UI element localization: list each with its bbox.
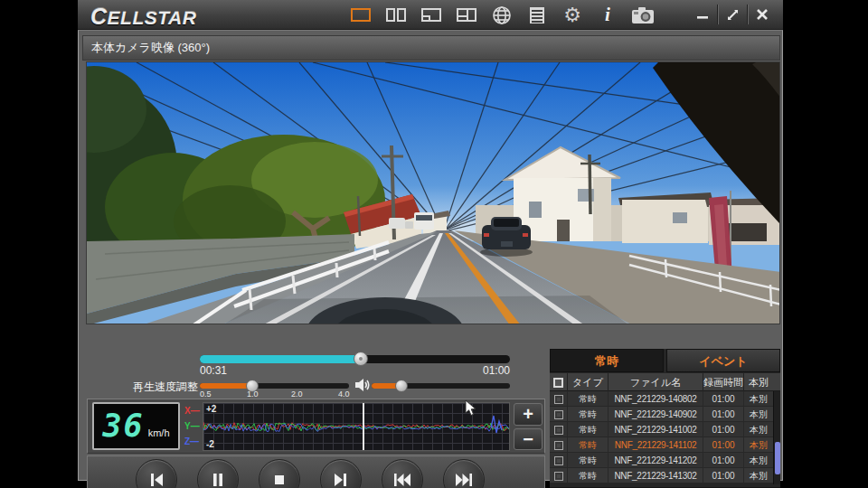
axis-x-label: X—	[184, 403, 203, 418]
speed-unit: km/h	[148, 427, 170, 438]
file-list-scrollbar[interactable]	[773, 391, 780, 484]
axis-z-label: Z—	[184, 434, 203, 449]
seek-progress	[200, 355, 361, 363]
skip-back-button[interactable]	[136, 459, 177, 488]
elapsed-time: 00:31	[200, 364, 227, 377]
row-checkbox[interactable]	[550, 437, 568, 453]
col-file: ファイル名	[609, 373, 703, 391]
video-panel-title: 本体カメラ映像 (360°)	[82, 35, 780, 61]
file-table-header: タイプ ファイル名 録画時間 本別	[550, 373, 780, 391]
single-pane-glyph	[351, 8, 371, 22]
dashcam-scene	[87, 62, 780, 324]
scrollbar-thumb[interactable]	[775, 442, 780, 474]
axis-y-label: Y—	[184, 418, 203, 434]
seek-thumb[interactable]	[354, 352, 368, 366]
stop-button[interactable]	[259, 459, 300, 488]
speed-adjust-label: 再生速度調整	[106, 380, 198, 395]
seek-bar[interactable]	[200, 355, 510, 363]
volume-thumb[interactable]	[395, 380, 408, 392]
titlebar: CELLSTAR ⚙ i	[78, 0, 783, 30]
cellstar-logo: CELLSTAR	[90, 4, 196, 30]
layout-split-2-icon[interactable]	[383, 5, 409, 26]
col-camera: 本別	[744, 373, 773, 391]
gsensor-playhead	[363, 403, 364, 450]
select-all-checkbox[interactable]	[550, 373, 568, 391]
file-row[interactable]: 常時 NNF_221229-140902 01:00 本別	[550, 407, 773, 422]
settings-gear-icon[interactable]: ⚙	[560, 5, 585, 26]
layout-pip-icon[interactable]	[419, 5, 444, 26]
globe-icon[interactable]	[489, 5, 514, 26]
resize-button[interactable]	[719, 3, 746, 26]
speed-display: 36 km/h	[92, 402, 180, 450]
volume-slider[interactable]	[372, 383, 510, 389]
minimize-button[interactable]	[689, 3, 716, 26]
window-controls	[689, 3, 776, 26]
speed-slider[interactable]	[200, 383, 349, 389]
mouse-cursor	[465, 399, 479, 421]
next-file-button[interactable]	[443, 459, 485, 488]
gsensor-ymax: +2	[206, 404, 216, 414]
prev-file-button[interactable]	[382, 459, 423, 488]
total-time: 01:00	[474, 364, 510, 377]
gsensor-zoom-in-button[interactable]: +	[514, 403, 542, 426]
file-row[interactable]: 常時 NNF_221229-141202 01:00 本別	[550, 453, 773, 468]
row-checkbox[interactable]	[550, 391, 568, 407]
file-list-icon[interactable]	[524, 5, 550, 26]
gsensor-zoom-out-button[interactable]: −	[514, 428, 542, 451]
tab-always[interactable]: 常時	[550, 349, 664, 372]
row-checkbox[interactable]	[550, 407, 568, 422]
snapshot-camera-icon[interactable]	[630, 5, 656, 26]
file-row[interactable]: 常時 NNF_221229-141002 01:00 本別	[550, 422, 773, 437]
speed-value: 36	[103, 410, 145, 442]
gsensor-traces	[203, 403, 509, 450]
close-button[interactable]	[749, 3, 776, 26]
cellstar-viewer-window: CELLSTAR ⚙ i	[78, 0, 783, 481]
gsensor-graph[interactable]: +2 -2	[203, 402, 510, 451]
layout-grid-icon[interactable]	[454, 5, 479, 26]
transport-bar	[87, 455, 545, 488]
col-type: タイプ	[568, 373, 609, 391]
row-checkbox[interactable]	[550, 422, 568, 437]
content-area: 本体カメラ映像 (360°)	[78, 30, 783, 481]
row-checkbox[interactable]	[550, 468, 568, 483]
video-frame	[86, 61, 780, 324]
speed-ticks: 0.5 1.0 2.0 4.0	[200, 389, 355, 399]
pause-button[interactable]	[197, 459, 239, 488]
gsensor-legend: X— Y— Z—	[184, 403, 203, 450]
gsensor-ymin: -2	[206, 439, 214, 449]
file-row[interactable]: 常時 NNF_221229-141102 01:00 本別	[550, 437, 773, 453]
toolbar: ⚙ i	[348, 3, 656, 27]
layout-single-icon[interactable]	[348, 5, 373, 26]
col-duration: 録画時間	[703, 373, 744, 391]
skip-forward-button[interactable]	[320, 459, 362, 488]
file-table-body: 常時 NNF_221229-140802 01:00 本別 常時 NNF_221…	[550, 391, 773, 484]
file-row[interactable]: 常時 NNF_221229-140802 01:00 本別	[550, 391, 773, 407]
file-row[interactable]: 常時 NNF_221229-141302 01:00 本別	[550, 468, 773, 483]
row-checkbox[interactable]	[550, 453, 568, 468]
volume-icon	[355, 378, 371, 396]
file-list-panel: 常時 イベント タイプ ファイル名 録画時間 本別 常時 NNF_221229-…	[550, 349, 780, 488]
info-icon[interactable]: i	[595, 5, 620, 26]
tab-event[interactable]: イベント	[666, 349, 780, 372]
